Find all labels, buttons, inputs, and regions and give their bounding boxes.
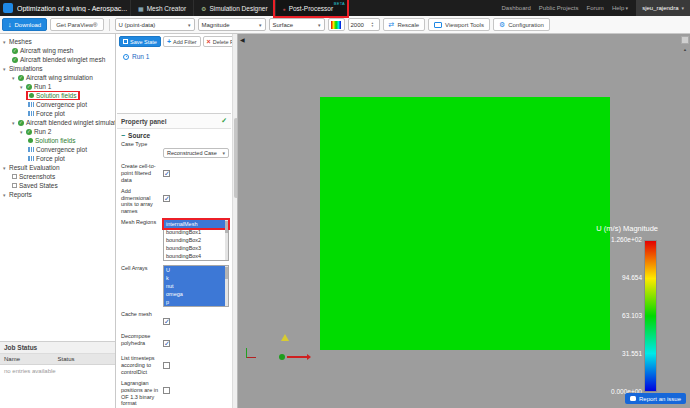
- workbench-tabs: Mesh Creator Simulation Designer Post-Pr…: [130, 0, 347, 16]
- viewport-tools-button[interactable]: Viewport Tools: [428, 18, 490, 31]
- solution-fields-icon: [29, 93, 34, 98]
- rescale-button[interactable]: Rescale: [383, 18, 426, 31]
- chart-icon: [28, 156, 34, 161]
- link-public-projects[interactable]: Public Projects: [539, 5, 579, 11]
- cell-array-option[interactable]: k: [164, 274, 228, 282]
- sidebar-item-convergence-plot-2[interactable]: Convergence plot: [0, 145, 115, 154]
- cell-arrays-listbox[interactable]: U k nut omega p: [163, 265, 229, 307]
- app-logo[interactable]: [3, 3, 13, 13]
- source-section-header[interactable]: Source: [117, 129, 231, 141]
- check-circle-icon: [12, 57, 18, 63]
- spinner-arrows-icon[interactable]: [372, 22, 377, 28]
- cell-array-option[interactable]: p: [164, 298, 228, 306]
- column-status: Status: [58, 356, 112, 362]
- check-circle-icon: [26, 129, 32, 135]
- apply-check-icon[interactable]: [221, 117, 227, 125]
- color-map-button[interactable]: [328, 18, 345, 31]
- cell-array-option[interactable]: omega: [164, 290, 228, 298]
- lagrangian-checkbox[interactable]: [163, 387, 170, 394]
- post-processor-toolbar: Download Get ParaView® U (point-data) Ma…: [0, 16, 690, 34]
- filter-property-panel: Save State Add Filter Delete Filter Run …: [117, 34, 238, 408]
- case-type-select[interactable]: Reconstructed Case: [163, 148, 229, 158]
- cell-array-option[interactable]: U: [164, 266, 228, 274]
- sidebar-item-convergence-plot-1[interactable]: Convergence plot: [0, 100, 115, 109]
- check-circle-icon: [26, 84, 32, 90]
- tab-simulation-designer[interactable]: Simulation Designer: [193, 0, 275, 16]
- button-label: Get ParaView®: [56, 22, 97, 28]
- sidebar-item-force-plot-2[interactable]: Force plot: [0, 154, 115, 163]
- add-dimensional-units-checkbox[interactable]: [163, 195, 170, 202]
- listbox-scrollbar[interactable]: [225, 220, 228, 260]
- field-select[interactable]: U (point-data): [115, 18, 195, 31]
- scalar-range-input[interactable]: 2000: [348, 18, 380, 31]
- listbox-scrollbar[interactable]: [225, 266, 228, 306]
- button-label: Add Filter: [173, 39, 197, 45]
- chevron-down-icon: [257, 22, 262, 28]
- cache-mesh-checkbox[interactable]: [163, 318, 170, 325]
- sidebar-item-meshes[interactable]: Meshes: [0, 37, 115, 46]
- sidebar-item-aircraft-blended-winglet-mesh[interactable]: Aircraft blended winglet mesh: [0, 55, 115, 64]
- configuration-button[interactable]: Configuration: [493, 18, 550, 31]
- beta-badge: BETA: [334, 1, 345, 6]
- mesh-regions-listbox[interactable]: internalMesh boundingBox1 boundingBox2 b…: [163, 219, 229, 261]
- project-title: Optimization of a wing - Aerospac...: [17, 5, 130, 12]
- button-label: Download: [15, 22, 42, 28]
- pipeline-browser: Run 1: [117, 49, 231, 113]
- mesh-region-option-internalmesh[interactable]: internalMesh: [164, 220, 228, 228]
- link-help[interactable]: Help: [612, 5, 628, 11]
- sidebar-item-aircraft-wing-mesh[interactable]: Aircraft wing mesh: [0, 46, 115, 55]
- orientation-axes-icon: [246, 346, 258, 358]
- sidebar-item-aircraft-wing-simulation[interactable]: Aircraft wing simulation: [0, 73, 115, 82]
- project-tree-sidebar: Meshes Aircraft wing mesh Aircraft blend…: [0, 34, 116, 408]
- plus-icon: [167, 38, 171, 45]
- save-state-button[interactable]: Save State: [119, 36, 161, 47]
- component-select[interactable]: Magnitude: [198, 18, 266, 31]
- report-issue-button[interactable]: Report an issue: [625, 393, 686, 404]
- sidebar-item-solution-fields-1[interactable]: Solution fields: [0, 91, 115, 100]
- scrollbar-up-button[interactable]: [681, 36, 689, 44]
- check-circle-icon: [18, 120, 24, 126]
- representation-select[interactable]: Surface: [269, 18, 325, 31]
- user-menu[interactable]: sjeu_rajendra: [636, 0, 690, 16]
- mesh-region-option[interactable]: boundingBox2: [164, 236, 228, 244]
- get-paraview-button[interactable]: Get ParaView®: [50, 18, 103, 31]
- visibility-eye-icon[interactable]: [123, 54, 129, 60]
- sidebar-item-reports[interactable]: Reports: [0, 190, 115, 199]
- link-dashboard[interactable]: Dashboard: [501, 5, 530, 11]
- pipeline-item-run-1[interactable]: Run 1: [123, 53, 229, 60]
- cell-array-option[interactable]: nut: [164, 282, 228, 290]
- sidebar-item-aircraft-blended-winglet-simulation[interactable]: Aircraft blended winglet simulation: [0, 118, 115, 127]
- collapse-panel-icon[interactable]: [240, 36, 245, 43]
- check-circle-icon: [18, 75, 24, 81]
- sidebar-item-run-1[interactable]: Run 1: [0, 82, 115, 91]
- sidebar-item-force-plot-1[interactable]: Force plot: [0, 109, 115, 118]
- saved-states-icon: [12, 183, 17, 188]
- decompose-polyhedra-checkbox[interactable]: [163, 340, 170, 347]
- sidebar-item-run-2[interactable]: Run 2: [0, 127, 115, 136]
- mesh-region-option[interactable]: boundingBox1: [164, 228, 228, 236]
- sidebar-item-screenshots[interactable]: Screenshots: [0, 172, 115, 181]
- sidebar-item-solution-fields-2[interactable]: Solution fields: [0, 136, 115, 145]
- button-label: Configuration: [508, 22, 544, 28]
- add-filter-button[interactable]: Add Filter: [163, 36, 201, 47]
- sidebar-item-simulations[interactable]: Simulations: [0, 64, 115, 73]
- mesh-region-option[interactable]: boundingBox3: [164, 244, 228, 252]
- legend-tick: 63.103: [582, 312, 642, 319]
- create-cell-to-point-checkbox[interactable]: [163, 170, 170, 177]
- list-timesteps-checkbox[interactable]: [163, 362, 170, 369]
- select-value: Surface: [273, 22, 294, 28]
- sidebar-item-result-evaluation[interactable]: Result Evaluation: [0, 163, 115, 172]
- collapse-minus-icon: [121, 132, 125, 139]
- section-label: Source: [128, 132, 150, 139]
- panel-scrollbar[interactable]: [232, 34, 237, 408]
- download-button[interactable]: Download: [2, 18, 47, 31]
- mesh-region-option[interactable]: boundingBox4: [164, 252, 228, 260]
- button-label: Save State: [130, 39, 157, 45]
- rainbow-colormap-icon: [331, 21, 341, 29]
- check-circle-icon: [12, 48, 18, 54]
- render-viewport[interactable]: U (m/s) Magnitude 1.260e+02 94.654 63.10…: [238, 34, 690, 408]
- sidebar-item-saved-states[interactable]: Saved States: [0, 181, 115, 190]
- tab-post-processor[interactable]: Post-Processor BETA: [275, 0, 347, 16]
- link-forum[interactable]: Forum: [587, 5, 604, 11]
- tab-mesh-creator[interactable]: Mesh Creator: [130, 0, 193, 16]
